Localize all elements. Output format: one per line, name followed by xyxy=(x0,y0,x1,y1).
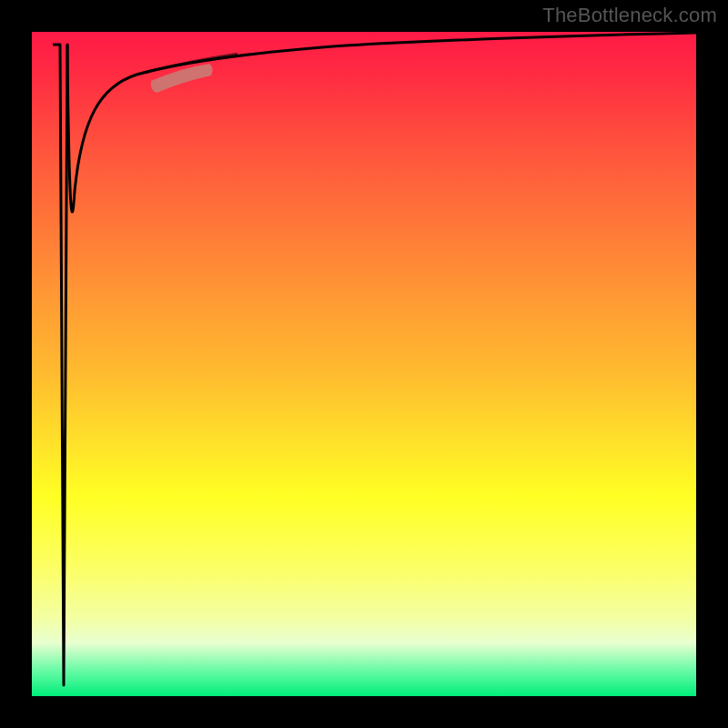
attribution-label: TheBottleneck.com xyxy=(542,4,717,27)
chart-frame: TheBottleneck.com xyxy=(0,0,728,728)
plot-area xyxy=(32,32,696,696)
